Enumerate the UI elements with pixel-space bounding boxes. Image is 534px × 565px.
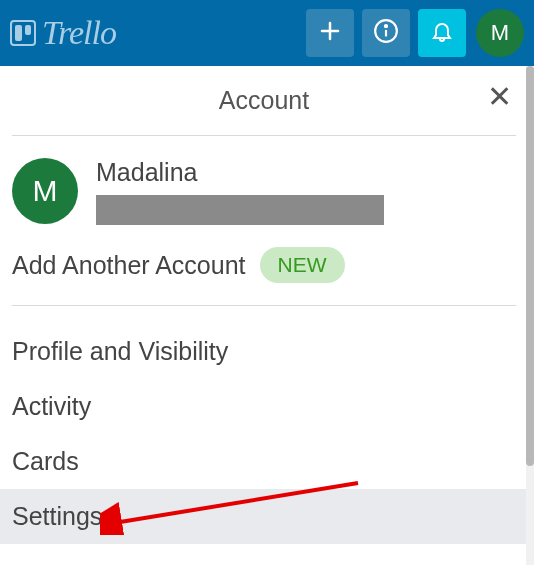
menu-item-profile[interactable]: Profile and Visibility <box>12 324 516 379</box>
top-bar: Trello M <box>0 0 534 66</box>
close-icon: ✕ <box>487 80 512 113</box>
close-button[interactable]: ✕ <box>487 82 512 112</box>
avatar-initial: M <box>33 174 58 208</box>
account-avatar: M <box>12 158 78 224</box>
add-account-label: Add Another Account <box>12 251 246 280</box>
menu-item-cards[interactable]: Cards <box>12 434 516 489</box>
panel-title: Account <box>219 86 309 114</box>
account-menu: Profile and Visibility Activity Cards Se… <box>12 306 516 544</box>
add-account-row[interactable]: Add Another Account NEW <box>12 237 516 306</box>
account-panel: Account ✕ M Madalina Add Another Account… <box>0 70 526 565</box>
account-name: Madalina <box>96 158 384 187</box>
bell-icon <box>430 19 454 47</box>
scrollbar-thumb[interactable] <box>526 66 534 466</box>
panel-header: Account ✕ <box>12 70 516 136</box>
info-button[interactable] <box>362 9 410 57</box>
info-icon <box>373 18 399 48</box>
account-row: M Madalina <box>12 136 516 237</box>
top-bar-actions: M <box>306 9 524 57</box>
account-avatar-button[interactable]: M <box>476 9 524 57</box>
account-email-redacted <box>96 195 384 225</box>
avatar-initial: M <box>491 20 509 46</box>
menu-item-activity[interactable]: Activity <box>12 379 516 434</box>
menu-item-settings[interactable]: Settings <box>0 489 526 544</box>
plus-icon <box>318 19 342 47</box>
create-button[interactable] <box>306 9 354 57</box>
svg-point-4 <box>385 25 387 27</box>
new-badge: NEW <box>260 247 345 283</box>
trello-logo-text: Trello <box>42 14 116 52</box>
notifications-button[interactable] <box>418 9 466 57</box>
trello-logo[interactable]: Trello <box>10 14 116 52</box>
trello-logo-icon <box>10 20 36 46</box>
